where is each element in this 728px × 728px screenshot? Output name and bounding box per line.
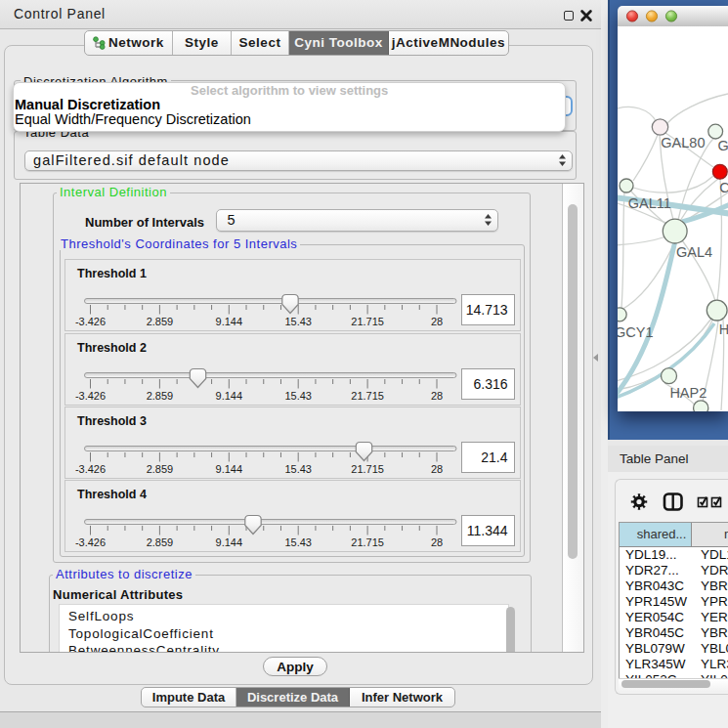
svg-text:H: H [719, 321, 728, 337]
svg-text:GAL4: GAL4 [676, 244, 712, 260]
svg-text:HAP2: HAP2 [669, 385, 707, 401]
svg-text:GAL80: GAL80 [661, 135, 705, 150]
svg-text:GAL11: GAL11 [628, 195, 671, 211]
svg-text:G.: G. [717, 138, 728, 153]
svg-text:C: C [719, 180, 728, 195]
svg-text:GCY1: GCY1 [618, 324, 654, 340]
